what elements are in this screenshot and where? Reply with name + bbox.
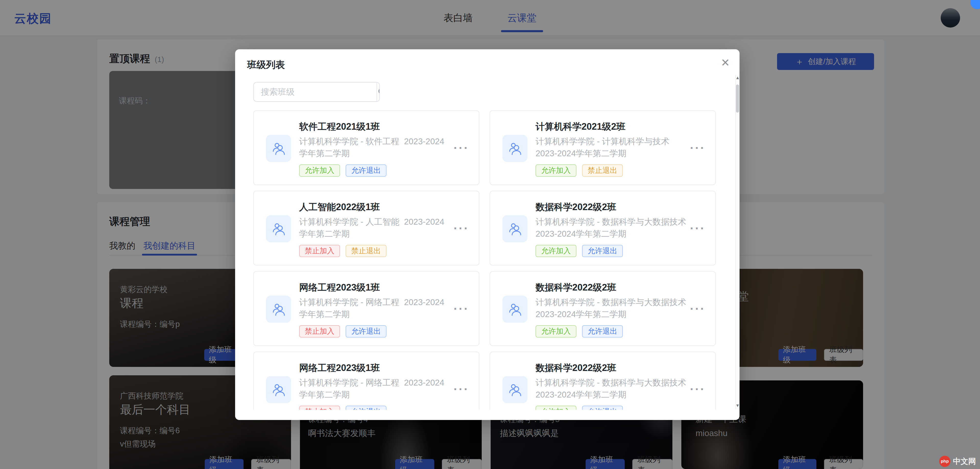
class-card[interactable]: 网络工程2023级1班 计算机科学学院 - 网络工程 2023-2024学年第二… [253, 271, 479, 346]
join-status-badge: 允许加入 [536, 325, 576, 337]
quit-status-badge: 允许退出 [582, 245, 623, 257]
modal-title: 班级列表 [247, 59, 285, 71]
class-badges: 禁止加入 禁止退出 [299, 245, 387, 257]
class-desc: 计算机科学学院 - 计算机科学与技术 2023-2024学年第二学期 [536, 135, 689, 159]
class-icon-tile [266, 135, 291, 162]
join-status-badge: 禁止加入 [299, 325, 340, 337]
class-card[interactable]: 数据科学2022级2班 计算机科学学院 - 数据科学与大数据技术 2023-20… [490, 351, 716, 410]
quit-status-badge: 允许退出 [346, 164, 387, 176]
class-cards-list: 软件工程2021级1班 计算机科学学院 - 软件工程 2023-2024学年第二… [253, 110, 721, 410]
class-name: 数据科学2022级2班 [536, 281, 616, 294]
class-desc: 计算机科学学院 - 软件工程 2023-2024学年第二学期 [299, 135, 452, 159]
more-actions-icon[interactable]: ··· [453, 141, 469, 155]
class-card[interactable]: 计算机科学2021级2班 计算机科学学院 - 计算机科学与技术 2023-202… [490, 110, 716, 185]
modal-scrollbar-track[interactable] [735, 75, 740, 409]
site-watermark: php 中文网 [939, 456, 976, 467]
join-status-badge: 禁止加入 [299, 406, 340, 410]
class-desc: 计算机科学学院 - 数据科学与大数据技术 2023-2024学年第二学期 [536, 216, 689, 240]
join-status-badge: 禁止加入 [299, 245, 340, 257]
close-icon[interactable]: ✕ [721, 56, 730, 69]
quit-status-badge: 禁止退出 [346, 245, 387, 257]
join-status-badge: 允许加入 [536, 164, 576, 176]
class-badges: 允许加入 允许退出 [536, 406, 623, 410]
class-desc: 计算机科学学院 - 数据科学与大数据技术 2023-2024学年第二学期 [536, 377, 689, 401]
more-actions-icon[interactable]: ··· [690, 302, 706, 316]
class-desc: 计算机科学学院 - 人工智能 2023-2024学年第二学期 [299, 216, 452, 240]
join-status-badge: 允许加入 [536, 245, 576, 257]
scroll-down-arrow-icon[interactable]: ▼ [735, 403, 739, 408]
class-badges: 禁止加入 允许退出 [299, 325, 387, 337]
more-actions-icon[interactable]: ··· [690, 141, 706, 155]
class-badges: 允许加入 允许退出 [536, 245, 623, 257]
app-root: 云校园 表白墙 云课堂 置顶课程(1) ＋ 创建/加入课程 课程码： 课程管理 … [0, 0, 980, 469]
class-card[interactable]: 网络工程2023级1班 计算机科学学院 - 网络工程 2023-2024学年第二… [253, 351, 479, 410]
more-actions-icon[interactable]: ··· [690, 221, 706, 235]
search-icon [377, 87, 380, 97]
quit-status-badge: 允许退出 [346, 406, 387, 410]
search-input[interactable] [254, 83, 377, 101]
quit-status-badge: 允许退出 [582, 325, 623, 337]
class-icon-tile [503, 215, 527, 242]
class-icon-tile [266, 376, 291, 403]
class-card[interactable]: 数据科学2022级2班 计算机科学学院 - 数据科学与大数据技术 2023-20… [490, 271, 716, 346]
class-card[interactable]: 数据科学2022级2班 计算机科学学院 - 数据科学与大数据技术 2023-20… [490, 191, 716, 266]
class-desc: 计算机科学学院 - 数据科学与大数据技术 2023-2024学年第二学期 [536, 296, 689, 320]
search-button[interactable] [377, 83, 380, 101]
class-icon-tile [266, 215, 291, 242]
class-badges: 允许加入 允许退出 [299, 164, 387, 176]
team-icon [508, 221, 522, 236]
team-icon [508, 382, 522, 397]
more-actions-icon[interactable]: ··· [453, 221, 469, 235]
class-badges: 允许加入 允许退出 [536, 325, 623, 337]
class-icon-tile [503, 135, 527, 162]
class-desc: 计算机科学学院 - 网络工程 2023-2024学年第二学期 [299, 296, 452, 320]
team-icon [271, 302, 286, 316]
watermark-text: 中文网 [953, 456, 976, 467]
class-name: 网络工程2023级1班 [299, 281, 380, 294]
join-status-badge: 允许加入 [299, 164, 340, 176]
team-icon [271, 141, 286, 156]
quit-status-badge: 禁止退出 [582, 164, 623, 176]
class-list-modal: 班级列表 ✕ 软件工程2021级1班 计算机科学学院 - [235, 49, 740, 420]
more-actions-icon[interactable]: ··· [453, 382, 469, 396]
class-name: 数据科学2022级2班 [536, 362, 616, 374]
class-card[interactable]: 人工智能2022级1班 计算机科学学院 - 人工智能 2023-2024学年第二… [253, 191, 479, 266]
class-name: 计算机科学2021级2班 [536, 121, 625, 133]
class-icon-tile [266, 296, 291, 323]
class-badges: 禁止加入 允许退出 [299, 406, 387, 410]
quit-status-badge: 允许退出 [346, 325, 387, 337]
team-icon [271, 221, 286, 236]
join-status-badge: 允许加入 [536, 406, 576, 410]
class-icon-tile [503, 376, 527, 403]
class-badges: 允许加入 禁止退出 [536, 164, 623, 176]
scroll-up-arrow-icon[interactable]: ▲ [735, 75, 739, 80]
modal-scrollbar-thumb[interactable] [736, 84, 739, 113]
more-actions-icon[interactable]: ··· [453, 302, 469, 316]
more-actions-icon[interactable]: ··· [690, 382, 706, 396]
class-search [253, 82, 380, 102]
team-icon [508, 302, 522, 316]
class-desc: 计算机科学学院 - 网络工程 2023-2024学年第二学期 [299, 377, 452, 401]
class-icon-tile [503, 296, 527, 323]
quit-status-badge: 允许退出 [582, 406, 623, 410]
team-icon [271, 382, 286, 397]
team-icon [508, 141, 522, 156]
class-name: 软件工程2021级1班 [299, 121, 380, 133]
class-name: 网络工程2023级1班 [299, 362, 380, 374]
class-name: 人工智能2022级1班 [299, 201, 380, 213]
class-name: 数据科学2022级2班 [536, 201, 616, 213]
class-card[interactable]: 软件工程2021级1班 计算机科学学院 - 软件工程 2023-2024学年第二… [253, 110, 479, 185]
php-logo-icon: php [939, 456, 950, 467]
